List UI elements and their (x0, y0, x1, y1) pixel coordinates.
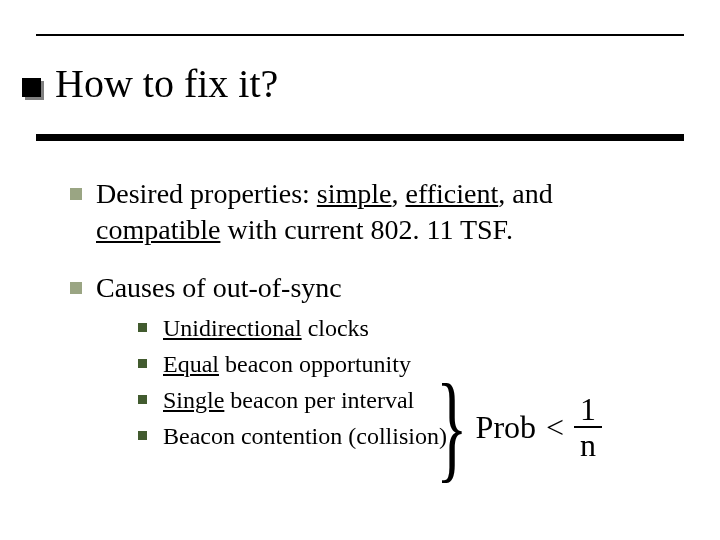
text-fragment: , and (498, 178, 552, 209)
title-bullet-icon (22, 78, 41, 97)
sub-point-text: Equal beacon opportunity (163, 349, 411, 381)
underline-word: Single (163, 387, 224, 413)
underline-simple: simple (317, 178, 392, 209)
sub-point-text: Unidirectional clocks (163, 313, 369, 345)
square-bullet-icon (138, 323, 147, 332)
underline-compatible: compatible (96, 214, 220, 245)
text-fragment: , (392, 178, 406, 209)
formula-op: < (546, 409, 564, 446)
brace-formula-group: } Prob < 1 n (436, 352, 696, 502)
point-1-text: Desired properties: simple, efficient, a… (96, 176, 684, 248)
text-fragment: Beacon contention (collision) (163, 423, 447, 449)
square-bullet-icon (70, 188, 82, 200)
curly-brace-icon: } (436, 367, 468, 487)
fraction-denominator: n (574, 428, 602, 461)
top-rule-thick (36, 134, 684, 141)
top-rule-thin (36, 34, 684, 36)
point-2-text: Causes of out-of-sync (96, 270, 684, 306)
text-fragment: Desired properties: (96, 178, 317, 209)
sub-point-text: Single beacon per interval (163, 385, 414, 417)
underline-word: Unidirectional (163, 315, 302, 341)
underline-efficient: efficient (406, 178, 499, 209)
fraction: 1 n (574, 393, 602, 461)
fraction-numerator: 1 (574, 393, 602, 426)
text-fragment: beacon per interval (224, 387, 414, 413)
list-item: Unidirectional clocks (138, 313, 684, 345)
sub-point-text: Beacon contention (collision) (163, 421, 447, 453)
title-row: How to fix it? (22, 62, 684, 106)
text-fragment: with current 802. 11 TSF. (220, 214, 513, 245)
slide: How to fix it? Desired properties: simpl… (0, 0, 720, 540)
slide-title: How to fix it? (55, 62, 278, 106)
text-fragment: clocks (302, 315, 369, 341)
square-bullet-icon (70, 282, 82, 294)
square-bullet-icon (138, 359, 147, 368)
point-desired-properties: Desired properties: simple, efficient, a… (70, 176, 684, 248)
underline-word: Equal (163, 351, 219, 377)
square-bullet-icon (138, 395, 147, 404)
square-bullet-icon (138, 431, 147, 440)
text-fragment: beacon opportunity (219, 351, 411, 377)
formula-lhs: Prob (476, 409, 536, 446)
probability-formula: Prob < 1 n (476, 393, 603, 461)
